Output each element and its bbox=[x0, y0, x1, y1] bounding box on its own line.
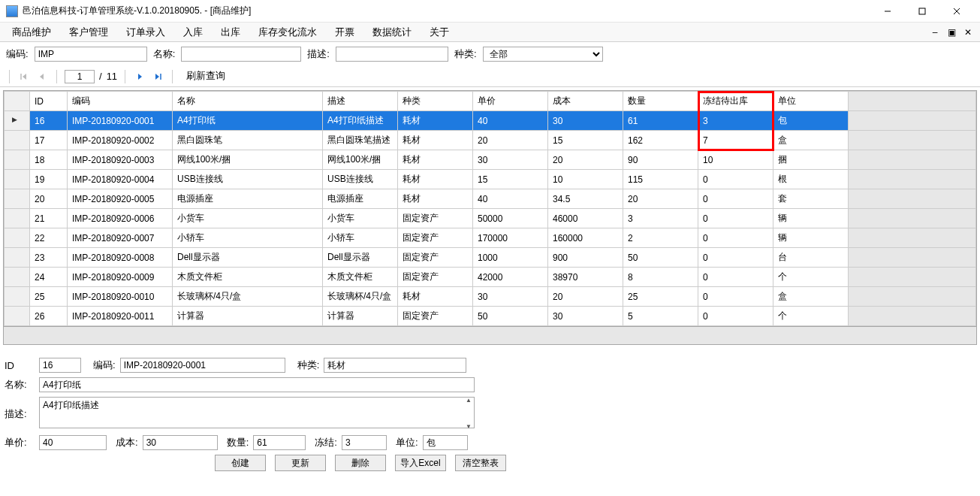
create-button[interactable]: 创建 bbox=[215, 455, 266, 471]
table-row[interactable]: 18IMP-20180920-0003网线100米/捆网线100米/捆耗材302… bbox=[5, 150, 976, 170]
menu-item-7[interactable]: 数据统计 bbox=[363, 23, 421, 42]
cell-price[interactable]: 30 bbox=[473, 287, 548, 307]
row-header[interactable] bbox=[5, 170, 30, 189]
detail-id-input[interactable] bbox=[39, 358, 81, 373]
cell-unit[interactable]: 个 bbox=[773, 307, 849, 326]
page-input[interactable] bbox=[65, 70, 95, 83]
cell-kind[interactable]: 耗材 bbox=[398, 189, 473, 209]
cell-freeze[interactable]: 0 bbox=[698, 268, 773, 287]
cell-price[interactable]: 1000 bbox=[473, 248, 548, 268]
cell-desc[interactable]: 长玻璃杯/4只/盒 bbox=[323, 287, 398, 307]
desc-spin-down-icon[interactable]: ▼ bbox=[464, 424, 473, 430]
cell-price[interactable]: 30 bbox=[473, 150, 548, 170]
cell-kind[interactable]: 耗材 bbox=[398, 287, 473, 307]
cell-price[interactable]: 15 bbox=[473, 170, 548, 189]
table-row[interactable]: 17IMP-20180920-0002黑白圆珠笔黑白圆珠笔描述耗材2015162… bbox=[5, 131, 976, 150]
cell-id[interactable]: 19 bbox=[30, 170, 68, 189]
cell-desc[interactable]: 小轿车 bbox=[323, 228, 398, 248]
maximize-button[interactable] bbox=[905, 1, 939, 22]
col-header-2[interactable]: 名称 bbox=[173, 92, 323, 111]
cell-qty[interactable]: 50 bbox=[623, 248, 698, 268]
cell-freeze[interactable]: 0 bbox=[698, 209, 773, 228]
cell-kind[interactable]: 耗材 bbox=[398, 170, 473, 189]
cell-code[interactable]: IMP-20180920-0010 bbox=[68, 287, 173, 307]
cell-price[interactable]: 50 bbox=[473, 307, 548, 326]
cell-cost[interactable]: 10 bbox=[548, 170, 623, 189]
cell-freeze[interactable]: 0 bbox=[698, 307, 773, 326]
menu-item-1[interactable]: 客户管理 bbox=[60, 23, 117, 42]
cell-code[interactable]: IMP-20180920-0004 bbox=[68, 170, 173, 189]
cell-name[interactable]: 长玻璃杯/4只/盒 bbox=[173, 287, 323, 307]
cell-cost[interactable]: 160000 bbox=[548, 228, 623, 248]
cell-desc[interactable]: 计算器 bbox=[323, 307, 398, 326]
cell-unit[interactable]: 盒 bbox=[773, 287, 849, 307]
row-header[interactable] bbox=[5, 111, 30, 131]
cell-name[interactable]: 小货车 bbox=[173, 209, 323, 228]
cell-name[interactable]: 小轿车 bbox=[173, 228, 323, 248]
cell-cost[interactable]: 30 bbox=[548, 307, 623, 326]
import-excel-button[interactable]: 导入Excel bbox=[395, 455, 446, 471]
cell-unit[interactable]: 根 bbox=[773, 170, 849, 189]
table-row[interactable]: 24IMP-20180920-0009木质文件柜木质文件柜固定资产4200038… bbox=[5, 268, 976, 287]
cell-desc[interactable]: USB连接线 bbox=[323, 170, 398, 189]
row-header[interactable] bbox=[5, 287, 30, 307]
cell-freeze[interactable]: 0 bbox=[698, 228, 773, 248]
detail-desc-input[interactable]: A4打印纸描述 bbox=[39, 397, 475, 428]
cell-price[interactable]: 20 bbox=[473, 131, 548, 150]
cell-code[interactable]: IMP-20180920-0002 bbox=[68, 131, 173, 150]
row-header[interactable] bbox=[5, 248, 30, 268]
cell-name[interactable]: 网线100米/捆 bbox=[173, 150, 323, 170]
col-header-6[interactable]: 成本 bbox=[548, 92, 623, 111]
cell-id[interactable]: 23 bbox=[30, 248, 68, 268]
cell-freeze[interactable]: 10 bbox=[698, 150, 773, 170]
cell-id[interactable]: 21 bbox=[30, 209, 68, 228]
cell-unit[interactable]: 个 bbox=[773, 268, 849, 287]
col-header-5[interactable]: 单价 bbox=[473, 92, 548, 111]
row-header[interactable] bbox=[5, 189, 30, 209]
last-page-button[interactable] bbox=[151, 70, 164, 83]
row-header[interactable] bbox=[5, 150, 30, 170]
cell-code[interactable]: IMP-20180920-0007 bbox=[68, 228, 173, 248]
cell-freeze[interactable]: 7 bbox=[698, 131, 773, 150]
cell-freeze[interactable]: 0 bbox=[698, 248, 773, 268]
cell-code[interactable]: IMP-20180920-0006 bbox=[68, 209, 173, 228]
cell-id[interactable]: 20 bbox=[30, 189, 68, 209]
table-row[interactable]: 19IMP-20180920-0004USB连接线USB连接线耗材1510115… bbox=[5, 170, 976, 189]
detail-code-input[interactable] bbox=[120, 358, 285, 373]
table-row[interactable]: 23IMP-20180920-0008Dell显示器Dell显示器固定资产100… bbox=[5, 248, 976, 268]
cell-kind[interactable]: 耗材 bbox=[398, 150, 473, 170]
cell-cost[interactable]: 15 bbox=[548, 131, 623, 150]
cell-qty[interactable]: 2 bbox=[623, 228, 698, 248]
cell-cost[interactable]: 30 bbox=[548, 111, 623, 131]
detail-qty-input[interactable] bbox=[253, 435, 306, 450]
cell-name[interactable]: 计算器 bbox=[173, 307, 323, 326]
update-button[interactable]: 更新 bbox=[275, 455, 326, 471]
menu-item-0[interactable]: 商品维护 bbox=[3, 23, 60, 42]
mdi-minimize-icon[interactable]: – bbox=[929, 26, 941, 38]
cell-code[interactable]: IMP-20180920-0008 bbox=[68, 248, 173, 268]
cell-unit[interactable]: 盒 bbox=[773, 131, 849, 150]
cell-name[interactable]: 黑白圆珠笔 bbox=[173, 131, 323, 150]
cell-id[interactable]: 26 bbox=[30, 307, 68, 326]
cell-qty[interactable]: 61 bbox=[623, 111, 698, 131]
cell-code[interactable]: IMP-20180920-0003 bbox=[68, 150, 173, 170]
cell-price[interactable]: 42000 bbox=[473, 268, 548, 287]
cell-kind[interactable]: 固定资产 bbox=[398, 248, 473, 268]
row-header[interactable] bbox=[5, 307, 30, 326]
cell-code[interactable]: IMP-20180920-0001 bbox=[68, 111, 173, 131]
row-header[interactable] bbox=[5, 131, 30, 150]
cell-code[interactable]: IMP-20180920-0009 bbox=[68, 268, 173, 287]
cell-price[interactable]: 40 bbox=[473, 111, 548, 131]
col-header-8[interactable]: 冻结待出库 bbox=[698, 92, 773, 111]
cell-id[interactable]: 22 bbox=[30, 228, 68, 248]
menu-item-2[interactable]: 订单录入 bbox=[117, 23, 174, 42]
cell-id[interactable]: 17 bbox=[30, 131, 68, 150]
detail-price-input[interactable] bbox=[39, 435, 107, 450]
cell-qty[interactable]: 20 bbox=[623, 189, 698, 209]
cell-name[interactable]: 电源插座 bbox=[173, 189, 323, 209]
detail-unit-input[interactable] bbox=[423, 435, 468, 450]
col-header-3[interactable]: 描述 bbox=[323, 92, 398, 111]
cell-cost[interactable]: 34.5 bbox=[548, 189, 623, 209]
refresh-button[interactable]: 刷新查询 bbox=[180, 69, 231, 84]
clear-table-button[interactable]: 清空整表 bbox=[455, 455, 506, 471]
